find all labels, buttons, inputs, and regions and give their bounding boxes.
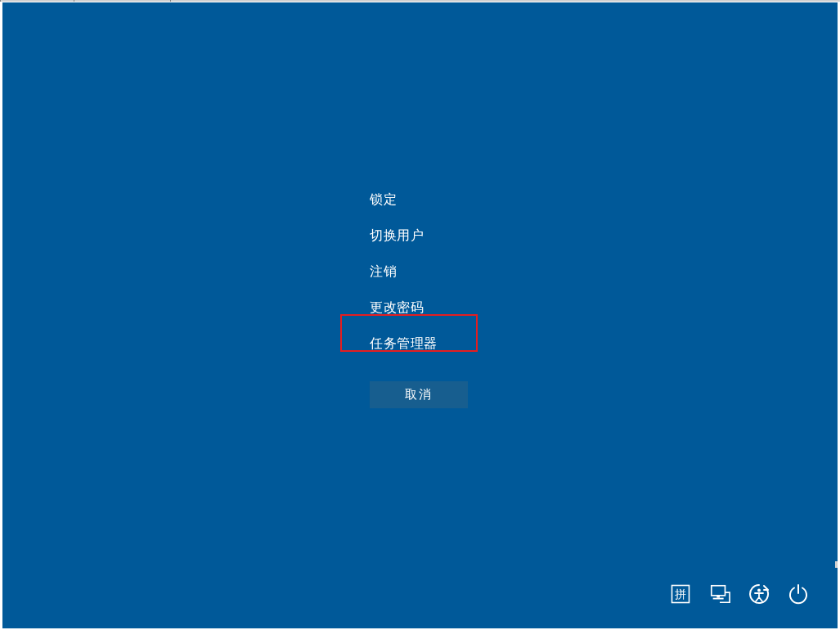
svg-point-5 [757,589,761,592]
cancel-button[interactable]: 取消 [370,381,468,408]
power-icon[interactable] [788,583,809,605]
system-tray: 拼 [2,578,838,610]
security-options-menu: 锁定 切换用户 注销 更改密码 任务管理器 [370,182,438,362]
window-top-border [0,0,840,2]
option-change-password[interactable]: 更改密码 [370,290,438,326]
network-icon[interactable] [709,583,730,605]
svg-rect-4 [713,598,724,600]
option-sign-out[interactable]: 注销 [370,254,438,290]
option-task-manager[interactable]: 任务管理器 [370,326,438,362]
option-switch-user[interactable]: 切换用户 [370,218,438,254]
svg-text:拼: 拼 [675,587,686,601]
scrollbar-fragment [835,561,838,568]
ease-of-access-icon[interactable] [748,583,770,605]
security-options-screen: 锁定 切换用户 注销 更改密码 任务管理器 取消 拼 [2,2,838,628]
ime-icon[interactable]: 拼 [670,583,691,605]
option-lock[interactable]: 锁定 [370,182,438,218]
svg-rect-2 [712,586,725,596]
svg-rect-3 [716,596,720,598]
